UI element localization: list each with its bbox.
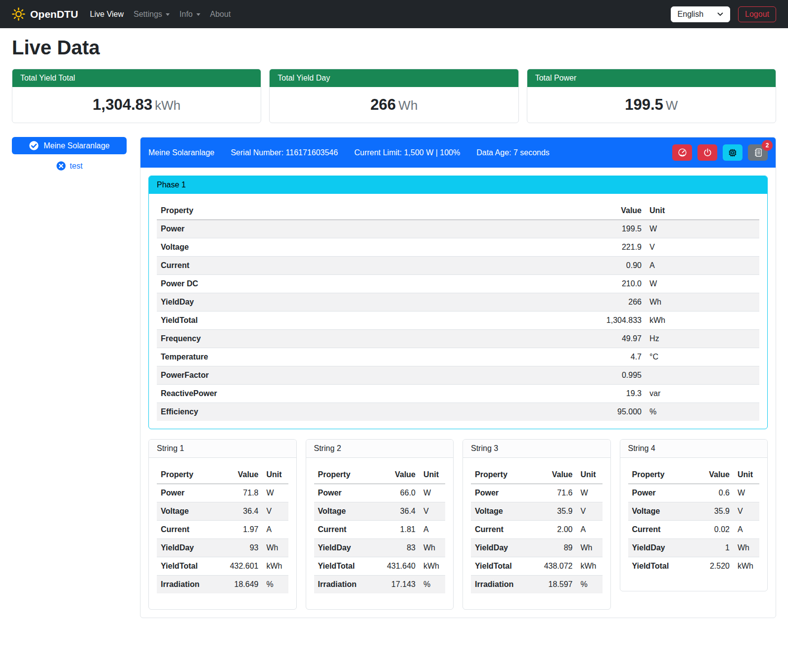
column-header-value: Value [693,466,734,484]
property-cell: Power [628,484,693,502]
caret-down-icon [166,13,170,16]
brand[interactable]: OpenDTU [12,7,78,21]
phase-panel: Phase 1 Property Value Unit Power199.5WV… [148,176,768,429]
card-unit: W [666,98,678,113]
value-cell: 4.7 [449,348,646,366]
value-cell: 0.6 [693,484,734,502]
value-cell: 1.97 [216,521,263,539]
nav-item-about[interactable]: About [205,6,236,23]
limit-settings-button[interactable] [672,144,692,161]
value-cell: 2.00 [530,521,577,539]
device-info-button[interactable] [723,144,742,161]
inverter-card: Meine Solaranlage Serial Number: 1161716… [140,137,776,618]
table-row: Irradiation18.649% [157,576,288,594]
unit-cell: % [646,403,759,421]
table-row: Power0.6W [628,484,760,502]
string-title: String 2 [306,440,454,458]
phase-table: Property Value Unit Power199.5WVoltage22… [157,202,759,421]
value-cell: 17.143 [373,576,419,594]
unit-cell: V [734,502,759,521]
card-title: Total Power [527,69,776,87]
power-toggle-button[interactable] [697,144,717,161]
unit-cell: °C [646,348,759,366]
event-log-button[interactable]: 2 [748,144,768,161]
unit-cell: Hz [646,330,759,348]
unit-cell: % [577,576,603,594]
x-circle-icon [56,161,66,171]
table-row: YieldDay89Wh [471,539,603,557]
value-cell: 35.9 [693,502,734,521]
property-cell: Current [157,521,216,539]
strings-row: String 1 Property Value Unit [148,439,768,610]
unit-cell: W [577,484,603,502]
column-header-value: Value [530,466,577,484]
card-value: 199.5 [625,96,663,113]
property-cell: YieldTotal [157,557,216,576]
unit-cell: A [646,257,759,275]
unit-cell: V [419,502,445,521]
unit-cell: W [646,275,759,293]
property-cell: Irradiation [471,576,530,594]
property-cell: Power DC [157,275,449,293]
unit-cell: % [263,576,288,594]
unit-cell: A [734,521,759,539]
page-title: Live Data [12,37,776,59]
nav-item-settings[interactable]: Settings [129,6,175,23]
table-header-row: Property Value Unit [157,466,288,484]
table-header-row: Property Value Unit [628,466,760,484]
journal-icon [753,148,763,157]
column-header-value: Value [449,202,646,220]
property-cell: Power [471,484,530,502]
nav-item-live-view[interactable]: Live View [85,6,129,23]
property-cell: Current [314,521,373,539]
string-4-table: Property Value Unit Power0.6WVoltage35.9… [628,466,760,575]
nav-item-info[interactable]: Info [175,6,205,23]
column-header-value: Value [373,466,419,484]
value-cell: 71.8 [216,484,263,502]
unit-cell: kWh [263,557,288,576]
total-power-card: Total Power 199.5W [527,69,776,123]
column-header-property: Property [314,466,373,484]
table-row: PowerFactor0.995 [157,366,759,385]
property-cell: YieldDay [314,539,373,557]
caret-down-icon [196,13,200,16]
inverter-select-label: Meine Solaranlage [44,141,109,150]
value-cell: 93 [216,539,263,557]
table-row: Frequency49.97Hz [157,330,759,348]
table-row: Power71.8W [157,484,288,502]
value-cell: 18.597 [530,576,577,594]
inverter-name: Meine Solaranlage [148,148,214,157]
sidebar-item-test[interactable]: test [12,161,127,171]
column-header-unit: Unit [734,466,759,484]
column-header-unit: Unit [419,466,445,484]
string-1-table: Property Value Unit Power71.8WVoltage36.… [157,466,288,593]
property-cell: PowerFactor [157,366,449,385]
brand-label: OpenDTU [30,8,78,20]
property-cell: Frequency [157,330,449,348]
card-value: 266 [371,96,396,113]
unit-cell: Wh [646,293,759,312]
power-icon [703,148,712,157]
inverter-select-button[interactable]: Meine Solaranlage [12,137,127,154]
value-cell: 432.601 [216,557,263,576]
column-header-property: Property [157,202,449,220]
value-cell: 36.4 [373,502,419,521]
value-cell: 66.0 [373,484,419,502]
unit-cell: var [646,385,759,403]
value-cell: 19.3 [449,385,646,403]
value-cell: 89 [530,539,577,557]
unit-cell: V [577,502,603,521]
gauge-icon [678,148,687,157]
unit-cell [646,366,759,385]
property-cell: Voltage [628,502,693,521]
column-header-value: Value [216,466,263,484]
value-cell: 2.520 [693,557,734,576]
unit-cell: % [419,576,445,594]
language-select[interactable]: English [671,6,730,22]
property-cell: Temperature [157,348,449,366]
table-row: Current0.90A [157,257,759,275]
logout-button[interactable]: Logout [738,6,776,22]
unit-cell: V [646,238,759,257]
chevron-down-icon [717,12,723,16]
table-header-row: Property Value Unit [157,202,759,220]
